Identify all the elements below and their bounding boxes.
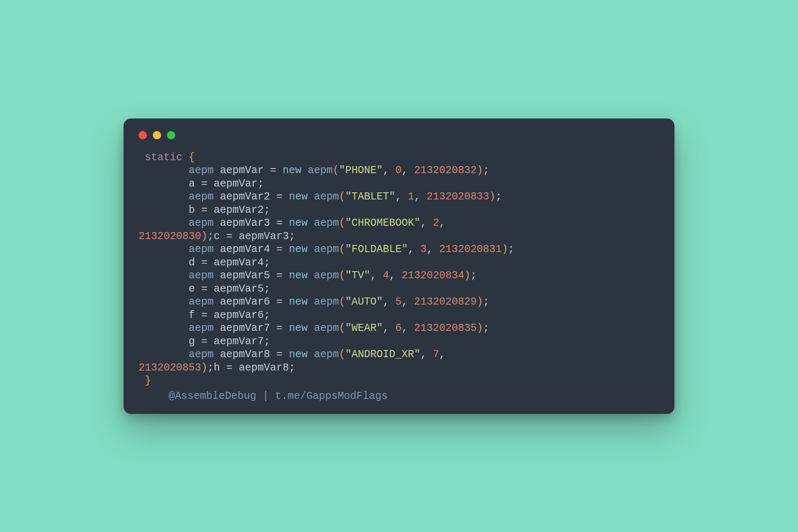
op-eq: =: [276, 322, 283, 334]
lparen: (: [339, 217, 345, 229]
comma: ,: [402, 296, 408, 308]
number-literal: 2132020831: [439, 243, 502, 255]
close-icon[interactable]: [139, 131, 147, 139]
op-eq: =: [201, 257, 207, 269]
comma: ,: [408, 243, 414, 255]
string-literal: "AUTO": [345, 296, 383, 308]
author-link: t.me/GappsModFlags: [275, 390, 388, 402]
lparen: (: [339, 322, 345, 334]
op-eq: =: [201, 283, 207, 295]
assign-target: f: [189, 309, 195, 321]
semi: ;: [264, 309, 270, 321]
number-literal: 2132020834: [402, 270, 464, 282]
op-eq: =: [226, 362, 232, 374]
assign-target: g: [189, 335, 195, 348]
rparen: ): [477, 164, 483, 176]
type-name: aepm: [189, 270, 214, 282]
semi: ;: [264, 204, 270, 216]
code-line: static {: [139, 151, 195, 164]
number-literal: 0: [395, 164, 402, 176]
string-literal: "WEAR": [345, 322, 383, 334]
minimize-icon[interactable]: [153, 131, 161, 139]
ctor-name: aepm: [314, 348, 339, 361]
op-eq: =: [276, 243, 283, 255]
ctor-name: aepm: [314, 217, 339, 229]
comma: ,: [383, 322, 389, 334]
author-handle: @AssembleDebug: [169, 390, 256, 402]
maximize-icon[interactable]: [167, 131, 175, 139]
ctor-name: aepm: [314, 296, 339, 308]
keyword-new: new: [289, 270, 308, 282]
rparen: ): [502, 243, 508, 255]
semi: ;: [470, 270, 477, 282]
var-ref: aepmVar7: [214, 335, 264, 348]
window-titlebar: [139, 131, 659, 151]
number-literal: 2132020853: [139, 362, 201, 374]
keyword-new: new: [289, 217, 308, 229]
keyword-new: new: [283, 164, 301, 176]
number-literal: 2132020832: [414, 164, 477, 176]
rparen: ): [477, 322, 483, 334]
lparen: (: [339, 191, 345, 203]
op-eq: =: [201, 335, 207, 348]
semi: ;: [207, 362, 214, 374]
semi: ;: [508, 243, 514, 255]
string-literal: "PHONE": [339, 164, 383, 176]
lparen: (: [333, 164, 339, 176]
semi: ;: [258, 178, 264, 190]
lparen: (: [339, 296, 345, 308]
var-ref: aepmVar5: [214, 283, 264, 295]
attribution: @AssembleDebug | t.me/GappsModFlags: [139, 388, 659, 402]
lparen: (: [339, 243, 345, 255]
comma: ,: [427, 243, 433, 255]
comma: ,: [439, 217, 445, 229]
type-name: aepm: [189, 191, 214, 203]
keyword-new: new: [289, 296, 308, 308]
comma: ,: [383, 164, 389, 176]
keyword-new: new: [289, 191, 308, 203]
number-literal: 7: [433, 348, 439, 361]
comma: ,: [414, 191, 420, 203]
string-literal: "TV": [345, 270, 370, 282]
rparen: ): [477, 296, 483, 308]
assign-target: e: [189, 283, 195, 295]
comma: ,: [439, 348, 445, 361]
semi: ;: [289, 362, 295, 374]
close-brace: }: [145, 375, 151, 387]
var-name: aepmVar4: [220, 243, 270, 255]
ctor-name: aepm: [308, 164, 333, 176]
comma: ,: [389, 270, 395, 282]
ctor-name: aepm: [314, 322, 339, 334]
rparen: ): [201, 362, 207, 374]
code-window: static { aepm aepmVar = new aepm("PHONE"…: [124, 119, 674, 414]
semi: ;: [495, 191, 502, 203]
assign-target: b: [189, 204, 195, 216]
var-name: aepmVar5: [220, 270, 270, 282]
var-ref: aepmVar6: [214, 309, 264, 321]
var-ref: aepmVar4: [214, 257, 264, 269]
number-literal: 2132020830: [139, 230, 201, 242]
open-brace: {: [189, 151, 195, 164]
var-ref: aepmVar3: [239, 230, 289, 242]
string-literal: "TABLET": [345, 191, 395, 203]
comma: ,: [402, 322, 408, 334]
op-eq: =: [270, 164, 276, 176]
semi: ;: [483, 296, 489, 308]
op-eq: =: [276, 217, 283, 229]
comma: ,: [395, 191, 402, 203]
comma: ,: [420, 217, 427, 229]
keyword-new: new: [289, 243, 308, 255]
number-literal: 2132020829: [414, 296, 477, 308]
type-name: aepm: [189, 296, 214, 308]
ctor-name: aepm: [314, 243, 339, 255]
keyword-new: new: [289, 322, 308, 334]
op-eq: =: [201, 204, 207, 216]
op-eq: =: [276, 191, 283, 203]
number-literal: 1: [408, 191, 414, 203]
keyword-static: static: [145, 151, 182, 164]
rparen: ): [489, 191, 495, 203]
number-literal: 6: [395, 322, 402, 334]
lparen: (: [339, 348, 345, 361]
type-name: aepm: [189, 243, 214, 255]
assign-target: d: [189, 257, 195, 269]
